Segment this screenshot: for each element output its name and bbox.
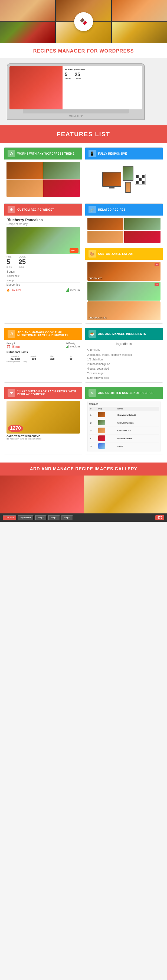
- gallery-nav-step3[interactable]: Step 3: [62, 515, 73, 520]
- feature-box-unlimited: ∞ ADD UNLIMITED NUMBER OF RECIPES Recipe…: [85, 387, 163, 454]
- features-banner-title: FEATURES LIST: [5, 131, 162, 138]
- col-num: #: [89, 407, 97, 411]
- ingredient-3: siroup: [6, 278, 80, 283]
- gallery-img-left: [0, 476, 84, 514]
- feature-row-4: ❤ "LIKE" BUTTON FOR EACH RECIPE WITH DIS…: [4, 387, 163, 454]
- nf-protein-value: 30g: [25, 358, 43, 360]
- feature-widget-title: CUSTOM RECIPE WIDGET: [17, 208, 54, 211]
- thumb-img-2: [98, 420, 105, 425]
- layout-item-2: 14: [87, 282, 161, 301]
- feature-box-like: ❤ "LIKE" BUTTON FOR EACH RECIPE WITH DIS…: [4, 387, 82, 454]
- hero-image-1: [0, 0, 55, 21]
- feature-related-content: [85, 216, 163, 245]
- qr-cell: [136, 175, 138, 178]
- feature-ingredients-title: ADD AND MANAGE INGREDIENTS: [98, 332, 146, 336]
- qr-cell: [142, 181, 145, 184]
- table-body: 1 Strawberry Daiquiri 2 Strawberry pizza…: [89, 411, 159, 450]
- gallery-nav-step2[interactable]: Step 2: [48, 515, 60, 520]
- feature-widget-content: Blueberry Pancakes Recipe of the day 532…: [4, 216, 82, 294]
- feature-box-ingredients: 🥗 ADD AND MANAGE INGREDIENTS Ingredients…: [85, 328, 163, 383]
- row-name: Strawberry pizza: [116, 419, 159, 427]
- layout-item-3: CHOCOLATE FIG: [87, 301, 161, 320]
- row-thumb: [97, 442, 116, 450]
- feature-row-3: ⏱ ADD AND MANAGE COOK TIME NUTRITIONAL F…: [4, 328, 163, 383]
- feature-row-1: W WORKS WITH ANY WORDPRESS THEME 📱 FULLY…: [4, 147, 163, 199]
- recipe-difficulty: medium: [66, 288, 80, 292]
- hero-image-3: [112, 0, 167, 21]
- nf-protein: protein 30g: [25, 355, 43, 360]
- bar-3: [68, 288, 69, 292]
- responsive-devices: [87, 162, 161, 197]
- bar-c: [68, 345, 69, 348]
- nf-fiber: fiber 20g: [44, 355, 61, 360]
- difficulty-section: Difficulty medium: [66, 342, 80, 348]
- related-recipes-grid: [87, 218, 161, 243]
- gallery-nav-dish[interactable]: The dish: [3, 515, 16, 520]
- macbook-screenshot-left: [10, 66, 62, 110]
- feature-header-wordpress: W WORKS WITH ANY WORDPRESS THEME: [4, 148, 82, 159]
- ing-3: 1/5 plain flour: [87, 357, 161, 362]
- nutritional-facts: Nutritional Facts calories 367 kcal prot…: [6, 351, 80, 363]
- feature-header-related: 🔗 RELATED RECIPES: [85, 204, 163, 216]
- table-row: 3 Chocolate Mix: [89, 427, 159, 434]
- row-thumb: [97, 411, 116, 419]
- device-qr: [135, 174, 146, 185]
- features-banner: FEATURES LIST: [0, 126, 167, 143]
- bar-b: [67, 346, 68, 348]
- hero-image-4: [0, 22, 55, 43]
- related-icon: 🔗: [89, 206, 96, 213]
- ingredients-section-title: Ingredients: [87, 342, 161, 346]
- thumb-img-4: [98, 436, 105, 441]
- ingredient-1: 3 eggs: [6, 270, 80, 274]
- table-head: # img name: [89, 407, 159, 411]
- macbook-recipe-title: Blueberry Pancakes: [65, 68, 140, 71]
- qr-cell-white: [139, 181, 142, 184]
- macbook-screenshot-right: Blueberry Pancakes 5 PREP 25 COOK: [62, 66, 142, 110]
- macbook-prep-label: PREP: [65, 78, 71, 80]
- recipe-badge: 5327: [70, 248, 78, 253]
- related-recipe-4: [124, 231, 161, 243]
- cook-unit: mins: [19, 266, 26, 268]
- wp-img-4: [43, 180, 80, 197]
- macbook-prep-value: 5: [65, 72, 71, 78]
- row-num: 5: [89, 442, 97, 450]
- cook-value: 25: [19, 258, 26, 266]
- nf-calories: calories 367 kcal: [6, 355, 24, 360]
- ing-1: 500ml Milk: [87, 348, 161, 353]
- tart-subtitle: It's healthy in taste as the same time.: [6, 438, 80, 440]
- prep-label: PREP: [6, 255, 13, 258]
- wp-img-1: [6, 162, 43, 179]
- bar-a: [66, 347, 67, 348]
- qr-cell-white: [142, 178, 145, 181]
- thumb-img-5: [98, 443, 105, 449]
- recipe-calories: 🔥 367 kcal: [6, 289, 21, 292]
- feature-header-cooktime: ⏱ ADD AND MANAGE COOK TIME NUTRITIONAL F…: [4, 328, 82, 340]
- bars-icon-2: [66, 345, 69, 348]
- clock-icon: ⏰: [6, 345, 11, 348]
- hero-grid: 🍫: [0, 0, 167, 43]
- prep-unit: mins: [6, 266, 13, 268]
- gallery-nav-ingredients[interactable]: Ingredients: [18, 515, 34, 520]
- row-thumb: [97, 427, 116, 434]
- row-num: 4: [89, 434, 97, 442]
- nf-fiber-label: fiber: [44, 355, 61, 358]
- responsive-icon: 📱: [89, 150, 96, 158]
- table-row: 4 Fruit Barbeque: [89, 434, 159, 442]
- feature-cooktime-title: ADD AND MANAGE COOK TIME NUTRITIONAL FAC…: [17, 331, 79, 337]
- feature-layout-title: CUSTOMIZABLE LAYOUT: [98, 252, 134, 255]
- ingredients-icon: 🥗: [89, 330, 96, 338]
- nf-protein-label: protein: [25, 355, 43, 358]
- gallery-nav-step1[interactable]: Step 1: [35, 515, 47, 520]
- layout-icon: 🎨: [89, 250, 96, 258]
- feature-box-related: 🔗 RELATED RECIPES 🎨 CUSTOMIZABLE LAYOUT: [85, 204, 163, 324]
- qr-cell: [142, 175, 145, 178]
- macbook-section: Blueberry Pancakes 5 PREP 25 COOK MacBoo…: [0, 58, 167, 126]
- row-num: 1: [89, 411, 97, 419]
- row-name: Strawberry Daiquiri: [116, 411, 159, 419]
- feature-unlimited-title: ADD UNLIMITED NUMBER OF RECIPES: [98, 391, 153, 395]
- device-phone: [125, 182, 131, 193]
- qr-cell: [136, 181, 138, 184]
- feature-layout-content: 31 CHOCOLATE 14 CHOCOLATE FIG: [85, 260, 163, 323]
- macbook-base: [23, 110, 129, 113]
- feature-box-widget: ⚙ CUSTOM RECIPE WIDGET Blueberry Pancake…: [4, 204, 82, 324]
